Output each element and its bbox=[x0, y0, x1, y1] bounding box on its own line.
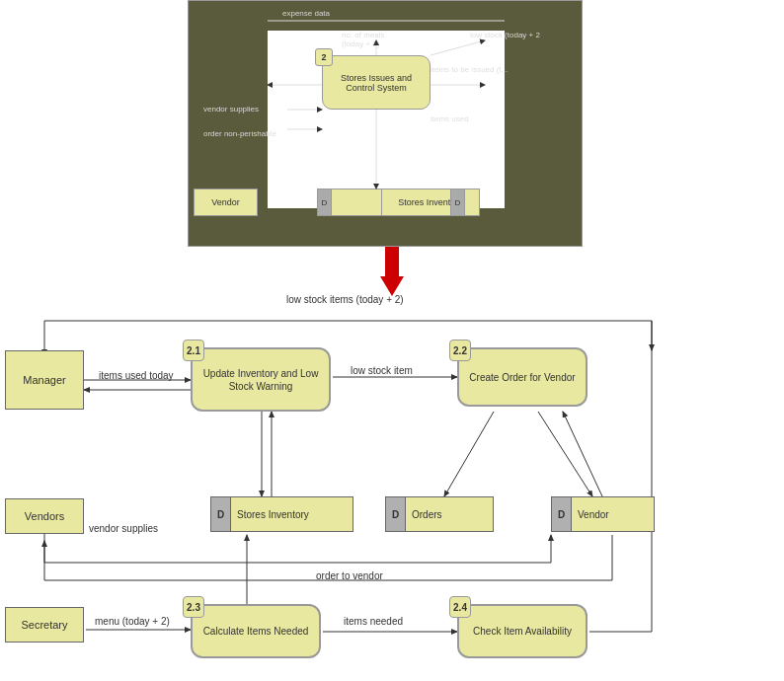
thumb-items-issued-label: items to be issued (t... bbox=[431, 65, 508, 74]
datastore-vendor: D Vendor bbox=[551, 496, 655, 532]
entity-manager: Manager bbox=[5, 350, 84, 410]
thumb-entity-vendor: Vendor bbox=[194, 189, 258, 216]
entity-secretary: Secretary bbox=[5, 607, 84, 643]
process-2-4: 2.4 Check Item Availability bbox=[457, 604, 588, 658]
diagram-container: expense data no. of meals(today + 3) low… bbox=[0, 0, 784, 681]
process-2-1: 2.1 Update Inventory and Low Stock Warni… bbox=[191, 347, 331, 412]
expand-arrow bbox=[380, 247, 404, 296]
thumb-lowstock-label: low stock (today + 2 bbox=[470, 31, 540, 39]
thumb-order-nonper-label: order non-perishable bbox=[203, 129, 276, 138]
flow-menu-today: menu (today + 2) bbox=[95, 616, 170, 627]
flow-items-used-today: items used today bbox=[99, 370, 174, 381]
process-2-2-num: 2.2 bbox=[449, 340, 471, 361]
thumb-process-num: 2 bbox=[315, 48, 333, 66]
entity-vendors: Vendors bbox=[5, 498, 84, 534]
flow-items-needed: items needed bbox=[344, 616, 403, 627]
thumb-ds-left: D bbox=[317, 189, 391, 216]
thumb-meals-label: no. of meals(today + 3) bbox=[342, 31, 385, 48]
thumb-expense-label: expense data bbox=[282, 9, 330, 18]
svg-line-16 bbox=[444, 412, 494, 496]
process-2-1-num: 2.1 bbox=[183, 340, 204, 361]
flow-vendor-supplies: vendor supplies bbox=[89, 523, 158, 534]
thumb-vendor-supplies-label: vendor supplies bbox=[203, 105, 259, 114]
datastore-orders: D Orders bbox=[385, 496, 494, 532]
process-2-2: 2.2 Create Order for Vendor bbox=[457, 347, 588, 407]
process-2-3: 2.3 Calculate Items Needed bbox=[191, 604, 321, 658]
thumb-items-used-label: items used bbox=[431, 114, 469, 123]
process-2-3-num: 2.3 bbox=[183, 596, 204, 618]
flow-low-stock-item: low stock item bbox=[351, 365, 413, 376]
svg-line-18 bbox=[563, 412, 602, 496]
flow-order-to-vendor: order to vendor bbox=[316, 570, 383, 581]
main-dfd: Manager Vendors Secretary 2.1 Update Inv… bbox=[0, 306, 784, 681]
thumbnail: expense data no. of meals(today + 3) low… bbox=[188, 0, 583, 247]
svg-line-17 bbox=[538, 412, 592, 496]
datastore-stores: D Stores Inventory bbox=[210, 496, 353, 532]
process-2-4-num: 2.4 bbox=[449, 596, 471, 618]
low-stock-items-label: low stock items (today + 2) bbox=[286, 294, 404, 305]
thumb-process: 2 Stores Issues and Control System bbox=[322, 55, 431, 110]
thumb-ds-right: D bbox=[450, 189, 480, 216]
